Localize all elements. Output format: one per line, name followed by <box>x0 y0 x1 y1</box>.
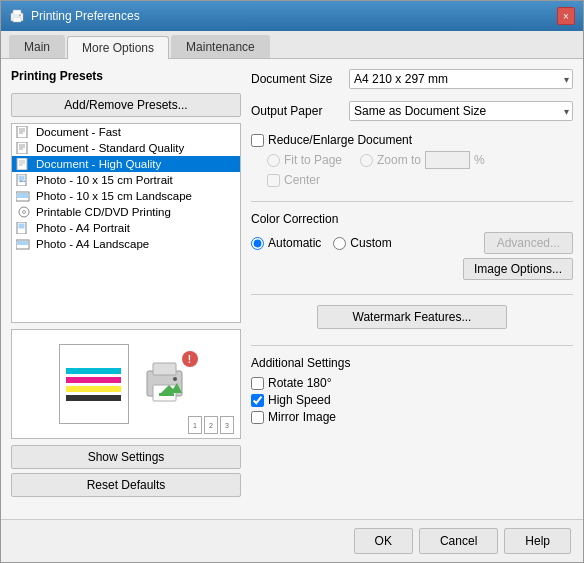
rotate-180-row: Rotate 180° <box>251 376 573 390</box>
fit-to-page-radio[interactable] <box>267 154 280 167</box>
svg-rect-23 <box>19 224 25 229</box>
mirror-image-row: Mirror Image <box>251 410 573 424</box>
tab-main[interactable]: Main <box>9 35 65 58</box>
photo-portrait-icon <box>16 174 32 186</box>
rotate-180-label: Rotate 180° <box>268 376 332 390</box>
preset-item-fast[interactable]: Document - Fast <box>12 124 240 140</box>
divider-1 <box>251 201 573 202</box>
photo-a4-landscape-icon <box>16 238 32 250</box>
output-paper-label: Output Paper <box>251 104 341 118</box>
document-size-row: Document Size A4 210 x 297 mm <box>251 69 573 89</box>
content-area: Printing Presets Add/Remove Presets... D… <box>1 59 583 519</box>
high-speed-row: High Speed <box>251 393 573 407</box>
divider-2 <box>251 294 573 295</box>
custom-radio-row: Custom <box>333 236 391 250</box>
title-bar-left: Printing Preferences <box>9 8 140 24</box>
svg-point-29 <box>173 377 177 381</box>
svg-rect-17 <box>19 176 25 181</box>
svg-point-20 <box>19 207 29 217</box>
preset-item-photo-landscape[interactable]: Photo - 10 x 15 cm Landscape <box>12 188 240 204</box>
preset-label: Document - Fast <box>36 126 121 138</box>
show-settings-button[interactable]: Show Settings <box>11 445 241 469</box>
zoom-to-label: Zoom to <box>377 153 421 167</box>
custom-label: Custom <box>350 236 391 250</box>
doc-fast-icon <box>16 126 32 138</box>
photo-landscape-icon <box>16 190 32 202</box>
output-paper-select[interactable]: Same as Document Size <box>349 101 573 121</box>
preset-label: Printable CD/DVD Printing <box>36 206 171 218</box>
tab-maintenance[interactable]: Maintenance <box>171 35 270 58</box>
preview-area: ! 1 2 3 <box>11 329 241 439</box>
preset-label: Document - Standard Quality <box>36 142 184 154</box>
close-button[interactable]: × <box>557 7 575 25</box>
right-panel: Document Size A4 210 x 297 mm Output Pap… <box>251 69 573 509</box>
color-radios: Automatic Custom <box>251 236 476 250</box>
mirror-image-checkbox[interactable] <box>251 411 264 424</box>
document-size-select[interactable]: A4 210 x 297 mm <box>349 69 573 89</box>
svg-rect-4 <box>17 126 27 138</box>
image-options-button[interactable]: Image Options... <box>463 258 573 280</box>
printer-preview-icon: ! <box>139 355 194 413</box>
svg-point-3 <box>19 15 21 17</box>
svg-rect-30 <box>159 393 174 396</box>
tab-bar: Main More Options Maintenance <box>1 31 583 59</box>
advanced-button[interactable]: Advanced... <box>484 232 573 254</box>
left-panel: Printing Presets Add/Remove Presets... D… <box>11 69 241 509</box>
title-bar: Printing Preferences × <box>1 1 583 31</box>
preset-item-standard[interactable]: Document - Standard Quality <box>12 140 240 156</box>
preset-label: Photo - 10 x 15 cm Portrait <box>36 174 173 186</box>
zoom-to-radio[interactable] <box>360 154 373 167</box>
window-title: Printing Preferences <box>31 9 140 23</box>
watermark-button[interactable]: Watermark Features... <box>317 305 507 329</box>
main-window: Printing Preferences × Main More Options… <box>0 0 584 563</box>
cd-dvd-icon <box>16 206 32 218</box>
svg-rect-2 <box>13 17 21 22</box>
reset-defaults-button[interactable]: Reset Defaults <box>11 473 241 497</box>
additional-settings-section: Additional Settings Rotate 180° High Spe… <box>251 356 573 427</box>
fit-zoom-row: Fit to Page Zoom to % <box>251 151 573 169</box>
reduce-enlarge-section: Reduce/Enlarge Document Fit to Page Zoom… <box>251 133 573 187</box>
zoom-value-input[interactable] <box>425 151 470 169</box>
svg-rect-1 <box>13 10 21 15</box>
high-speed-label: High Speed <box>268 393 331 407</box>
dialog-footer: OK Cancel Help <box>1 519 583 562</box>
rotate-180-checkbox[interactable] <box>251 377 264 390</box>
zoom-percent-label: % <box>474 153 485 167</box>
doc-standard-icon <box>16 142 32 154</box>
warning-badge: ! <box>182 351 198 367</box>
additional-settings-title: Additional Settings <box>251 356 573 370</box>
document-size-label: Document Size <box>251 72 341 86</box>
cancel-button[interactable]: Cancel <box>419 528 498 554</box>
reduce-enlarge-checkbox[interactable] <box>251 134 264 147</box>
preset-item-cd-dvd[interactable]: Printable CD/DVD Printing <box>12 204 240 220</box>
color-correction-label: Color Correction <box>251 212 573 226</box>
page-thumb-3: 3 <box>220 416 234 434</box>
automatic-radio[interactable] <box>251 237 264 250</box>
watermark-row: Watermark Features... <box>251 305 573 329</box>
preset-label: Photo - A4 Portrait <box>36 222 130 234</box>
color-correction-section: Color Correction Automatic Custom Advanc… <box>251 212 573 280</box>
preset-item-photo-a4-portrait[interactable]: Photo - A4 Portrait <box>12 220 240 236</box>
fit-to-page-label: Fit to Page <box>284 153 342 167</box>
tab-more-options[interactable]: More Options <box>67 36 169 59</box>
custom-radio[interactable] <box>333 237 346 250</box>
divider-3 <box>251 345 573 346</box>
preset-label: Document - High Quality <box>36 158 161 170</box>
center-checkbox[interactable] <box>267 174 280 187</box>
preset-item-photo-a4-landscape[interactable]: Photo - A4 Landscape <box>12 236 240 252</box>
image-options-row: Image Options... <box>251 258 573 280</box>
ok-button[interactable]: OK <box>354 528 413 554</box>
page-thumb-2: 2 <box>204 416 218 434</box>
svg-rect-8 <box>17 142 27 154</box>
preset-item-high-quality[interactable]: Document - High Quality <box>12 156 240 172</box>
high-speed-checkbox[interactable] <box>251 394 264 407</box>
svg-rect-12 <box>17 158 27 170</box>
printing-presets-title: Printing Presets <box>11 69 241 83</box>
page-thumb-1: 1 <box>188 416 202 434</box>
reduce-enlarge-label: Reduce/Enlarge Document <box>268 133 412 147</box>
preset-item-photo-portrait[interactable]: Photo - 10 x 15 cm Portrait <box>12 172 240 188</box>
preview-document <box>59 344 129 424</box>
add-remove-presets-button[interactable]: Add/Remove Presets... <box>11 93 241 117</box>
printer-title-icon <box>9 8 25 24</box>
help-button[interactable]: Help <box>504 528 571 554</box>
